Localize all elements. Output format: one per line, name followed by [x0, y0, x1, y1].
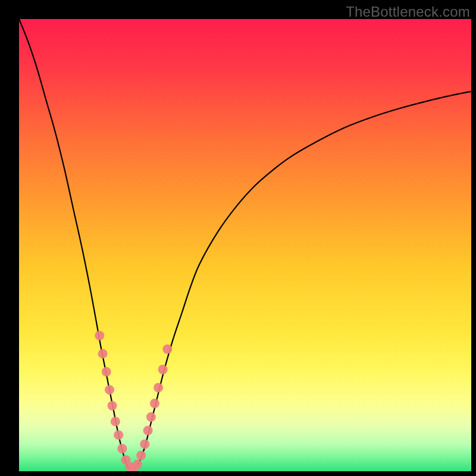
highlight-marker — [95, 331, 104, 340]
highlight-marker — [158, 365, 168, 374]
highlight-marker — [136, 450, 146, 460]
highlight-marker — [117, 444, 127, 453]
highlight-marker — [150, 399, 159, 408]
plot-area — [19, 19, 471, 471]
watermark-text: TheBottleneck.com — [346, 4, 470, 20]
highlight-marker — [146, 412, 156, 422]
highlight-marker — [143, 426, 153, 436]
highlight-markers-group — [95, 331, 172, 471]
highlight-marker — [108, 401, 117, 411]
highlight-marker — [102, 367, 111, 377]
highlight-marker — [162, 345, 172, 354]
highlight-marker — [114, 430, 123, 440]
highlight-marker — [140, 439, 149, 449]
highlight-marker — [98, 349, 108, 358]
outer-frame: TheBottleneck.com — [0, 0, 476, 476]
highlight-marker — [154, 383, 163, 392]
highlight-marker — [111, 416, 120, 426]
bottleneck-curve — [19, 19, 471, 469]
highlight-marker — [105, 385, 114, 394]
curve-layer — [19, 19, 471, 471]
highlight-marker — [133, 460, 142, 469]
